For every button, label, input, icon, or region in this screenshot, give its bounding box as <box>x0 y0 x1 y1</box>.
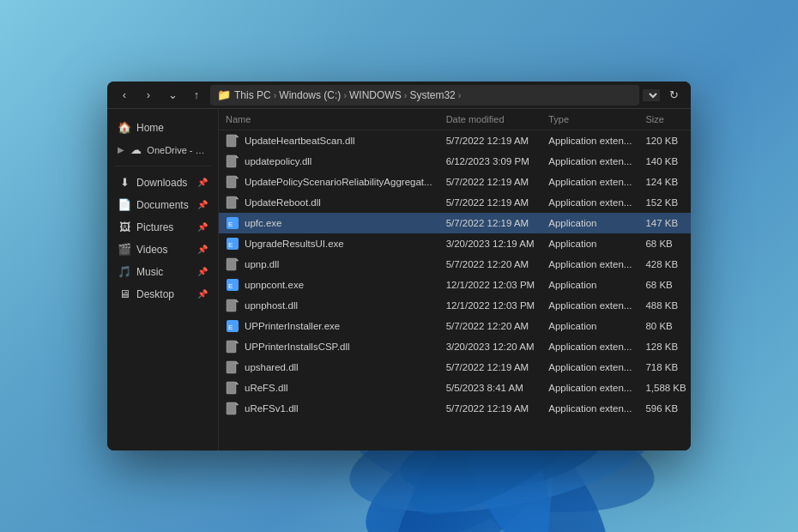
sidebar-label-pictures: Pictures <box>136 221 173 233</box>
file-name: upnp.dll <box>245 259 279 269</box>
home-icon: 🏠 <box>118 121 131 134</box>
file-name: UpdateReboot.dll <box>245 197 321 208</box>
file-date: 5/7/2022 12:19 AM <box>439 172 542 192</box>
file-table: Name Date modified Type Size UpdateHeart… <box>219 109 691 419</box>
file-date: 5/7/2022 12:19 AM <box>439 213 542 233</box>
file-name: UpdatePolicyScenarioReliabilityAggregat.… <box>245 177 432 187</box>
table-row[interactable]: upnp.dll 5/7/2022 12:20 AM Application e… <box>219 254 691 275</box>
file-date: 5/5/2023 8:41 AM <box>439 378 542 398</box>
file-type: Application <box>541 316 638 336</box>
sidebar-item-videos[interactable]: 🎬 Videos 📌 <box>111 239 215 260</box>
exe-icon: E <box>226 237 239 251</box>
breadcrumb-thispc[interactable]: This PC <box>234 89 271 101</box>
sidebar-item-downloads[interactable]: ⬇ Downloads 📌 <box>111 172 215 193</box>
exe-icon: E <box>226 216 239 230</box>
file-date: 5/7/2022 12:19 AM <box>439 398 542 419</box>
file-name: uReFSv1.dll <box>245 403 299 414</box>
dll-icon <box>226 360 239 374</box>
sidebar-label-home: Home <box>136 122 164 134</box>
file-name: UpdateHeartbeatScan.dll <box>245 136 355 146</box>
breadcrumb-windows[interactable]: WINDOWS <box>349 89 402 101</box>
svg-rect-17 <box>227 258 236 270</box>
dll-icon <box>226 299 239 312</box>
file-date: 3/20/2023 12:19 AM <box>439 233 542 254</box>
dll-icon <box>226 340 239 354</box>
table-row[interactable]: updatepolicy.dll 6/12/2023 3:09 PM Appli… <box>219 151 691 172</box>
table-header-row: Name Date modified Type Size <box>219 109 691 130</box>
down-button[interactable]: ⌄ <box>162 85 183 106</box>
pin-icon-pics: 📌 <box>197 222 208 232</box>
svg-text:E: E <box>228 282 233 290</box>
music-icon: 🎵 <box>118 265 131 278</box>
file-type: Application <box>541 275 638 295</box>
col-header-size[interactable]: Size <box>638 109 691 130</box>
svg-rect-26 <box>227 402 236 414</box>
sidebar-item-music[interactable]: 🎵 Music 📌 <box>111 261 215 282</box>
table-row[interactable]: UpdatePolicyScenarioReliabilityAggregat.… <box>219 172 691 192</box>
sidebar-item-pictures[interactable]: 🖼 Pictures 📌 <box>111 216 215 238</box>
file-name: upnpcont.exe <box>245 280 304 290</box>
table-row[interactable]: E UPPrinterInstaller.exe 5/7/2022 12:20 … <box>219 316 691 336</box>
sidebar-label-desktop: Desktop <box>136 288 174 300</box>
svg-rect-24 <box>227 361 236 373</box>
dll-icon <box>226 402 239 415</box>
table-row[interactable]: upnphost.dll 12/1/2022 12:03 PM Applicat… <box>219 295 691 316</box>
pin-icon: 📌 <box>197 178 208 187</box>
file-size: 152 KB <box>638 192 691 213</box>
up-button[interactable]: ↑ <box>186 85 207 106</box>
table-row[interactable]: E upnpcont.exe 12/1/2022 12:03 PM Applic… <box>219 275 691 295</box>
dll-icon <box>226 257 239 271</box>
dll-icon <box>226 381 239 395</box>
col-header-type[interactable]: Type <box>541 109 638 130</box>
dll-icon <box>226 134 239 148</box>
table-row[interactable]: E upfc.exe 5/7/2022 12:19 AM Application… <box>219 213 691 233</box>
file-name: UPPrinterInstallsCSP.dll <box>245 342 350 352</box>
dll-icon <box>226 175 239 189</box>
sidebar-item-documents[interactable]: 📄 Documents 📌 <box>111 194 215 215</box>
file-type: Application exten... <box>541 378 638 398</box>
table-row[interactable]: uReFSv1.dll 5/7/2022 12:19 AM Applicatio… <box>219 398 691 419</box>
file-size: 68 KB <box>638 233 691 254</box>
file-name: UPPrinterInstaller.exe <box>245 321 340 331</box>
file-area[interactable]: Name Date modified Type Size UpdateHeart… <box>219 109 691 450</box>
table-row[interactable]: UpdateReboot.dll 5/7/2022 12:19 AM Appli… <box>219 192 691 213</box>
file-size: 140 KB <box>638 151 691 172</box>
folder-icon: 📁 <box>217 88 231 101</box>
file-size: 147 KB <box>638 213 691 233</box>
file-type: Application exten... <box>541 172 638 192</box>
table-row[interactable]: upshared.dll 5/7/2022 12:19 AM Applicati… <box>219 357 691 378</box>
svg-text:E: E <box>228 323 233 331</box>
file-size: 80 KB <box>638 316 691 336</box>
table-row[interactable]: UPPrinterInstallsCSP.dll 3/20/2023 12:20… <box>219 336 691 357</box>
forward-button[interactable]: › <box>138 85 159 106</box>
file-name: uReFS.dll <box>245 383 288 393</box>
file-type: Application exten... <box>541 295 638 316</box>
pictures-icon: 🖼 <box>118 221 131 233</box>
table-row[interactable]: UpdateHeartbeatScan.dll 5/7/2022 12:19 A… <box>219 130 691 152</box>
file-type: Application <box>541 233 638 254</box>
col-header-name[interactable]: Name <box>219 109 439 130</box>
refresh-button[interactable]: ↻ <box>663 85 684 106</box>
sidebar-item-onedrive[interactable]: ▶ ☁ OneDrive - Pers <box>111 139 215 160</box>
back-button[interactable]: ‹ <box>114 85 135 106</box>
col-header-date[interactable]: Date modified <box>439 109 542 130</box>
address-dropdown[interactable]: ▾ <box>643 89 660 101</box>
address-bar[interactable]: 📁 This PC › Windows (C:) › WINDOWS › Sys… <box>210 85 639 106</box>
sidebar-item-home[interactable]: 🏠 Home <box>111 117 215 138</box>
file-name-cell: UPPrinterInstallsCSP.dll <box>226 340 432 354</box>
file-name-cell: UpdateHeartbeatScan.dll <box>226 134 432 148</box>
breadcrumb-system32[interactable]: System32 <box>409 89 455 101</box>
table-row[interactable]: uReFS.dll 5/5/2023 8:41 AM Application e… <box>219 378 691 398</box>
file-date: 5/7/2022 12:19 AM <box>439 192 542 213</box>
file-name-cell: upnphost.dll <box>226 299 432 312</box>
table-row[interactable]: E UpgradeResultsUI.exe 3/20/2023 12:19 A… <box>219 233 691 254</box>
sidebar-divider <box>114 166 211 166</box>
sidebar-item-desktop[interactable]: 🖥 Desktop 📌 <box>111 283 215 305</box>
sidebar-label-onedrive: OneDrive - Pers <box>147 145 208 155</box>
pin-icon-docs: 📌 <box>197 200 208 209</box>
file-name: UpgradeResultsUI.exe <box>245 239 344 249</box>
svg-text:E: E <box>228 221 233 228</box>
file-type: Application exten... <box>541 357 638 378</box>
breadcrumb-drive[interactable]: Windows (C:) <box>279 89 341 101</box>
file-date: 12/1/2022 12:03 PM <box>439 295 542 316</box>
